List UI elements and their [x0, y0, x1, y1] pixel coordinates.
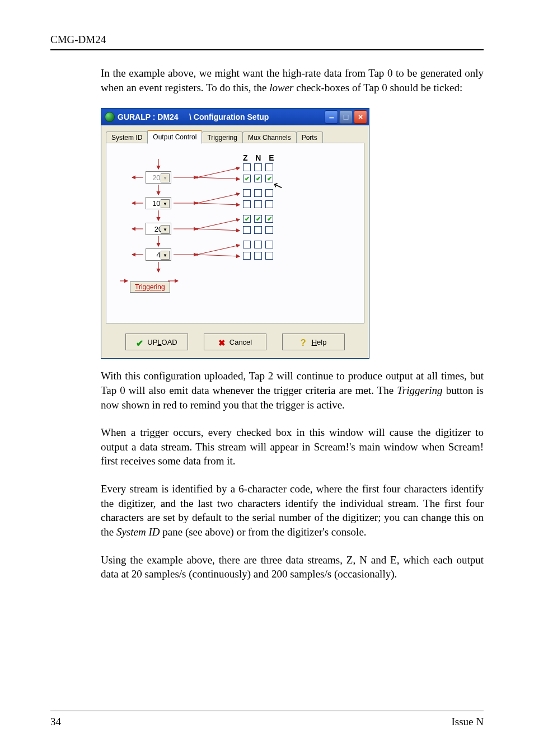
- tab-ports[interactable]: Ports: [296, 132, 323, 143]
- svg-line-15: [197, 194, 240, 203]
- tab-output-control[interactable]: Output Control: [147, 130, 202, 144]
- paragraph-5: Using the example above, there are three…: [101, 553, 484, 581]
- svg-line-16: [197, 203, 240, 205]
- issue-label: Issue N: [451, 716, 484, 728]
- svg-line-24: [197, 255, 240, 256]
- paragraph-2: With this configuration uploaded, Tap 2 …: [101, 369, 484, 412]
- page-header: CMG-DM24: [50, 34, 484, 50]
- text: check-boxes of Tap 0 should be ticked:: [293, 82, 462, 93]
- cancel-icon: ✖: [218, 338, 226, 346]
- tab-system-id[interactable]: System ID: [106, 132, 148, 143]
- flow-arrows-icon: [113, 152, 366, 295]
- cancel-label: Cancel: [229, 338, 252, 346]
- paragraph-1: In the example above, we might want the …: [101, 66, 484, 95]
- triggering-button[interactable]: Triggering: [130, 281, 170, 293]
- close-button[interactable]: ×: [354, 110, 367, 124]
- window-titlebar: GURALP : DM24 \ Configuration Setup ‒ □ …: [101, 109, 369, 125]
- text-emphasis: lower: [269, 82, 293, 93]
- help-icon: ?: [301, 338, 308, 346]
- tab-strip: System ID Output Control Triggering Mux …: [106, 130, 364, 143]
- svg-line-12: [197, 177, 240, 179]
- cancel-button[interactable]: ✖ Cancel: [204, 334, 266, 350]
- upload-button[interactable]: ✔ UPLOAD: [125, 334, 188, 350]
- paragraph-3: When a trigger occurs, every checked box…: [101, 425, 484, 468]
- page-number: 34: [50, 716, 61, 728]
- svg-line-23: [197, 245, 240, 255]
- text: pane (see above) or from the digitizer's…: [160, 526, 367, 538]
- help-label: Help: [312, 338, 327, 346]
- app-icon: [105, 112, 115, 122]
- check-icon: ✔: [136, 338, 144, 346]
- upload-label: UPLOAD: [147, 338, 177, 346]
- svg-line-19: [197, 219, 240, 229]
- paragraph-4: Every stream is identified by a 6-charac…: [101, 482, 484, 539]
- svg-line-20: [197, 229, 240, 231]
- minimize-button[interactable]: ‒: [325, 110, 338, 124]
- text-emphasis: System ID: [116, 526, 160, 538]
- maximize-button: □: [339, 110, 353, 124]
- tab-triggering[interactable]: Triggering: [202, 132, 243, 143]
- svg-line-11: [197, 168, 240, 177]
- configuration-window-screenshot: GURALP : DM24 \ Configuration Setup ‒ □ …: [101, 108, 484, 359]
- window-title: GURALP : DM24 \ Configuration Setup: [118, 112, 325, 121]
- output-control-pane: Z N E 200▼ 100▼ 20▼ 4▼: [106, 143, 364, 323]
- text-emphasis: Triggering: [397, 384, 442, 396]
- help-button[interactable]: ? Help: [282, 334, 345, 350]
- tab-mux-channels[interactable]: Mux Channels: [242, 132, 297, 143]
